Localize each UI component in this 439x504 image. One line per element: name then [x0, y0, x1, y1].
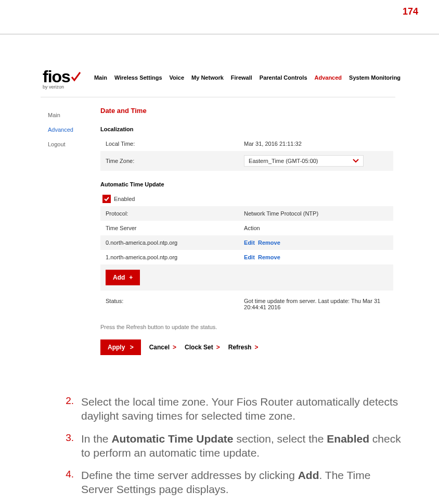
refresh-label: Refresh: [228, 344, 252, 351]
instruction-number: 3.: [60, 432, 81, 460]
instruction-4: 4. Define the time server addresses by c…: [60, 468, 404, 497]
clockset-label: Clock Set: [185, 344, 213, 351]
status-label: Status:: [106, 298, 244, 304]
sidebar-main[interactable]: Main: [48, 112, 100, 118]
server-1-remove-link[interactable]: Remove: [258, 254, 280, 260]
enabled-label: Enabled: [114, 196, 135, 202]
action-buttons: Apply > Cancel> Clock Set> Refresh>: [100, 339, 393, 355]
sidebar-advanced[interactable]: Advanced: [48, 127, 100, 133]
chevron-right-icon: >: [173, 344, 176, 351]
nav-parental[interactable]: Parental Controls: [260, 74, 307, 81]
instruction-list: 2. Select the local time zone. Your Fios…: [60, 395, 404, 504]
chevron-right-icon: >: [128, 344, 133, 351]
instruction-number: 2.: [60, 395, 81, 423]
fios-logo: fios by verizon: [43, 67, 81, 90]
clockset-button[interactable]: Clock Set>: [185, 344, 220, 351]
server-header-row: Time Server Action: [100, 221, 393, 235]
top-nav: Main Wireless Settings Voice My Network …: [94, 74, 401, 81]
main-content: Date and Time Localization Local Time: M…: [100, 107, 395, 355]
instruction-2: 2. Select the local time zone. Your Fios…: [60, 395, 404, 423]
local-time-row: Local Time: Mar 31, 2016 21:11:32: [100, 136, 393, 151]
local-time-label: Local Time:: [106, 141, 244, 147]
apply-button[interactable]: Apply >: [100, 339, 141, 355]
protocol-value: Network Time Protocol (NTP): [244, 210, 388, 217]
time-zone-row: Time Zone: Eastern_Time (GMT-05:00): [100, 151, 393, 171]
enabled-checkbox[interactable]: [102, 195, 111, 203]
add-button-label: Add: [113, 274, 125, 281]
refresh-note: Press the Refresh button to update the s…: [100, 318, 393, 339]
enabled-row: Enabled: [100, 192, 393, 206]
server-header: Time Server: [106, 225, 244, 231]
nav-main[interactable]: Main: [94, 74, 107, 81]
logo-subtext: by verizon: [43, 84, 64, 90]
status-value: Got time update from server. Last update…: [244, 298, 388, 310]
verizon-check-icon: [71, 72, 81, 82]
page-title: Date and Time: [100, 107, 393, 115]
instruction-3: 3. In the Automatic Time Update section,…: [60, 432, 404, 460]
status-row: Status: Got time update from server. Las…: [100, 291, 393, 318]
instruction-text: In the Automatic Time Update section, se…: [81, 432, 404, 460]
server-1-edit-link[interactable]: Edit: [244, 254, 255, 260]
server-0-remove-link[interactable]: Remove: [258, 240, 280, 246]
cancel-button[interactable]: Cancel>: [149, 344, 176, 351]
local-time-value: Mar 31, 2016 21:11:32: [244, 141, 388, 147]
screenshot-panel: fios by verizon Main Wireless Settings V…: [41, 65, 395, 355]
page-number: 174: [403, 6, 418, 17]
nav-sysmon[interactable]: System Monitoring: [349, 74, 401, 81]
protocol-row: Protocol: Network Time Protocol (NTP): [100, 206, 393, 221]
server-0-name: 0.north-america.pool.ntp.org: [106, 240, 244, 246]
server-row-1: 1.north-america.pool.ntp.org Edit Remove: [100, 250, 393, 264]
router-body: Main Advanced Logout Date and Time Local…: [41, 97, 395, 355]
server-0-edit-link[interactable]: Edit: [244, 240, 255, 246]
nav-wireless[interactable]: Wireless Settings: [114, 74, 162, 81]
sidebar: Main Advanced Logout: [41, 107, 100, 355]
time-zone-value: Eastern_Time (GMT-05:00): [249, 158, 318, 164]
server-1-name: 1.north-america.pool.ntp.org: [106, 254, 244, 260]
time-zone-select[interactable]: Eastern_Time (GMT-05:00): [244, 155, 364, 167]
logo-text: fios: [43, 67, 70, 86]
refresh-button[interactable]: Refresh>: [228, 344, 259, 351]
localization-heading: Localization: [100, 126, 393, 132]
instruction-text: Define the time server addresses by clic…: [81, 468, 404, 497]
protocol-label: Protocol:: [106, 210, 244, 217]
auto-update-heading: Automatic Time Update: [100, 181, 393, 187]
nav-voice[interactable]: Voice: [170, 74, 185, 81]
time-zone-label: Time Zone:: [106, 158, 244, 164]
header-rule: [0, 34, 439, 34]
add-row: Add +: [100, 264, 393, 291]
plus-icon: +: [129, 274, 133, 281]
nav-advanced[interactable]: Advanced: [315, 74, 342, 81]
action-header: Action: [244, 225, 388, 231]
add-button[interactable]: Add +: [106, 270, 140, 285]
instruction-text: Select the local time zone. Your Fios Ro…: [81, 395, 404, 423]
apply-label: Apply: [108, 344, 125, 351]
server-row-0: 0.north-america.pool.ntp.org Edit Remove: [100, 235, 393, 250]
chevron-down-icon: [353, 158, 359, 164]
chevron-right-icon: >: [254, 344, 258, 351]
sidebar-logout[interactable]: Logout: [48, 141, 100, 147]
cancel-label: Cancel: [149, 344, 170, 351]
router-header: fios by verizon Main Wireless Settings V…: [41, 65, 395, 97]
nav-mynetwork[interactable]: My Network: [191, 74, 224, 81]
nav-firewall[interactable]: Firewall: [231, 74, 252, 81]
instruction-number: 4.: [60, 468, 81, 497]
chevron-right-icon: >: [216, 344, 220, 351]
